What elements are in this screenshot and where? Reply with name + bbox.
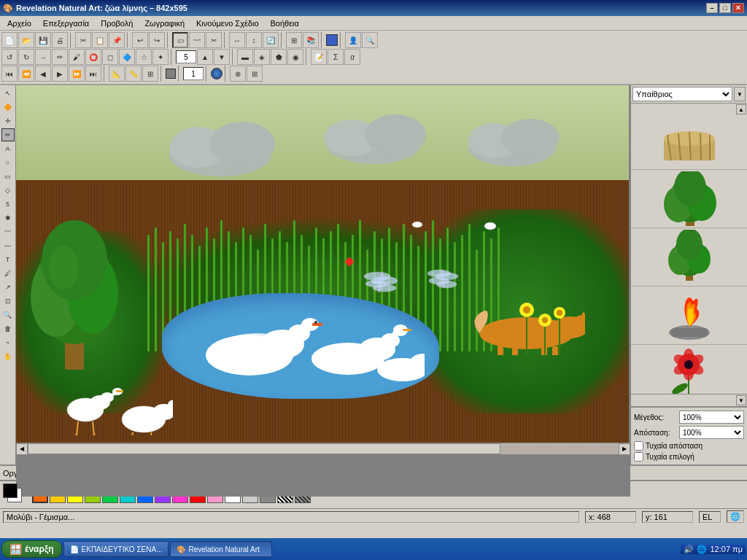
color-picker-box[interactable] bbox=[326, 34, 338, 46]
tool-smudge[interactable]: ~ bbox=[1, 336, 15, 349]
opacity-input[interactable] bbox=[183, 67, 204, 80]
cross-button[interactable]: ✦ bbox=[152, 49, 169, 65]
size-input[interactable] bbox=[176, 50, 196, 63]
size-select[interactable]: 100% 50% 200% bbox=[679, 411, 744, 424]
drawing-canvas[interactable] bbox=[16, 85, 629, 443]
menu-edit[interactable]: Επεξεργασία bbox=[37, 18, 95, 29]
category-dropdown[interactable]: Υπαίθριος Ζώα Φύση Κτίρια bbox=[632, 87, 732, 101]
distance-select[interactable]: 100% 50% 200% bbox=[679, 426, 744, 439]
ruler-button[interactable]: 📐 bbox=[109, 66, 125, 82]
select-free-button[interactable]: 〰 bbox=[189, 32, 205, 48]
brush-button[interactable]: 🖌 bbox=[69, 49, 85, 65]
scroll-right-button[interactable]: ▶ bbox=[619, 443, 630, 455]
tool-text[interactable]: A bbox=[1, 142, 15, 155]
dropdown-arrow[interactable]: ▼ bbox=[734, 87, 746, 101]
save-button[interactable]: 💾 bbox=[35, 32, 51, 48]
grid2-button[interactable]: ⊞ bbox=[142, 66, 158, 82]
shape2-button[interactable]: ◈ bbox=[254, 49, 270, 65]
sprite-item-tree-small[interactable] bbox=[631, 228, 747, 287]
menu-view[interactable]: Προβολή bbox=[95, 18, 139, 29]
tool-move[interactable]: ✛ bbox=[1, 114, 15, 128]
tool-wave[interactable]: 〰 bbox=[1, 225, 15, 238]
star-button[interactable]: ☆ bbox=[136, 49, 152, 65]
panel-down-button[interactable]: ▼ bbox=[736, 395, 746, 405]
shape3-button[interactable]: ⬟ bbox=[271, 49, 287, 65]
size-up-button[interactable]: ▲ bbox=[197, 49, 213, 65]
play-button[interactable]: ▶ bbox=[52, 66, 68, 82]
tool-type[interactable]: T bbox=[1, 253, 15, 266]
print-button[interactable]: 🖨 bbox=[52, 32, 68, 48]
tool-line[interactable]: — bbox=[1, 239, 15, 252]
undo-button[interactable]: ↩ bbox=[132, 32, 148, 48]
tool-erase[interactable]: 🗑 bbox=[1, 322, 15, 335]
copy-button[interactable]: 📋 bbox=[92, 32, 108, 48]
rotate-cw-button[interactable]: ↻ bbox=[18, 49, 34, 65]
flip-h-button[interactable]: ↔ bbox=[229, 32, 245, 48]
tool-number[interactable]: 5 bbox=[1, 198, 15, 211]
close-button[interactable]: ✕ bbox=[732, 3, 744, 13]
random-selection-checkbox[interactable] bbox=[634, 452, 643, 462]
tool-hand[interactable]: ✋ bbox=[1, 350, 15, 363]
person-button[interactable]: 👤 bbox=[345, 32, 361, 48]
pencil-button[interactable]: ✏ bbox=[52, 49, 68, 65]
sigma-button[interactable]: Σ bbox=[328, 49, 344, 65]
tool-ellipse[interactable]: ○ bbox=[1, 156, 15, 169]
layers-button[interactable]: 📚 bbox=[303, 32, 319, 48]
sprite-item-campfire[interactable] bbox=[631, 287, 747, 345]
last-frame-button[interactable]: ⏭ bbox=[85, 66, 101, 82]
canvas-wrapper[interactable]: ◀ ▶ bbox=[16, 85, 630, 497]
tool-fill[interactable]: 🔶 bbox=[1, 101, 15, 114]
prev-frame-button[interactable]: ⏪ bbox=[18, 66, 34, 82]
rect-button[interactable]: ◻ bbox=[102, 49, 118, 65]
arrow-button[interactable]: → bbox=[35, 49, 51, 65]
measure-button[interactable]: 📏 bbox=[125, 66, 142, 82]
bg-color-box[interactable] bbox=[166, 69, 176, 79]
sprite-item-straw[interactable] bbox=[631, 115, 747, 170]
text-button[interactable]: 📝 bbox=[311, 49, 327, 65]
tool-rect[interactable]: ▭ bbox=[1, 170, 15, 183]
first-frame-button[interactable]: ⏮ bbox=[1, 66, 18, 82]
tool-pen[interactable]: 🖊 bbox=[1, 267, 15, 280]
minimize-button[interactable]: – bbox=[706, 3, 718, 13]
sprite-list[interactable] bbox=[631, 115, 747, 394]
panel-scroll-up[interactable]: ▲ bbox=[631, 104, 747, 115]
new-file-button[interactable]: 📄 bbox=[1, 32, 18, 48]
start-button[interactable]: 🪟 έναρξη bbox=[1, 540, 62, 558]
circle-button[interactable]: ⭕ bbox=[85, 49, 101, 65]
redo-button[interactable]: ↪ bbox=[149, 32, 165, 48]
extra2-button[interactable]: ⊞ bbox=[247, 66, 263, 82]
rotate-ccw-button[interactable]: ↺ bbox=[1, 49, 18, 65]
taskbar-item-1[interactable]: 🎨 Revelation Natural Art bbox=[170, 541, 272, 557]
menu-file[interactable]: Αρχείο bbox=[1, 18, 37, 29]
h-scroll-thumb[interactable] bbox=[28, 443, 500, 454]
tool-zoom2[interactable]: 🔍 bbox=[1, 308, 15, 322]
paste-button[interactable]: 📌 bbox=[109, 32, 125, 48]
select-rect-button[interactable]: ▭ bbox=[172, 32, 188, 48]
extra1-button[interactable]: ⊕ bbox=[230, 66, 246, 82]
shape1-button[interactable]: ▬ bbox=[237, 49, 253, 65]
menu-animation[interactable]: Κινούμενο Σχέδιο bbox=[190, 18, 265, 29]
menu-paint[interactable]: Ζωγραφική bbox=[139, 18, 190, 29]
foreground-color[interactable] bbox=[3, 483, 18, 498]
tool-polygon[interactable]: ◇ bbox=[1, 184, 15, 197]
scroll-left-button[interactable]: ◀ bbox=[16, 443, 28, 455]
menu-help[interactable]: Βοήθεια bbox=[265, 18, 305, 29]
panel-scroll-down[interactable]: ▼ bbox=[631, 394, 747, 406]
size-down-button[interactable]: ▼ bbox=[214, 49, 230, 65]
cut-button[interactable]: ✂ bbox=[75, 32, 91, 48]
crop-button[interactable]: ✂ bbox=[206, 32, 222, 48]
tool-select[interactable]: ↖ bbox=[1, 87, 15, 100]
step-forward-button[interactable]: ⏩ bbox=[69, 66, 85, 82]
alpha-button[interactable]: α bbox=[344, 49, 360, 65]
sprite-item-tree-big[interactable] bbox=[631, 170, 747, 228]
tool-star2[interactable]: ✱ bbox=[1, 211, 15, 225]
tool-pencil[interactable]: ✏ bbox=[1, 128, 15, 141]
shape4-button[interactable]: ◉ bbox=[287, 49, 303, 65]
flip-v-button[interactable]: ↕ bbox=[246, 32, 262, 48]
panel-up-button[interactable]: ▲ bbox=[736, 104, 746, 114]
open-file-button[interactable]: 📂 bbox=[18, 32, 34, 48]
maximize-button[interactable]: □ bbox=[719, 3, 731, 13]
h-scrollbar[interactable]: ◀ ▶ bbox=[16, 443, 630, 454]
rotate-button[interactable]: 🔄 bbox=[263, 32, 279, 48]
h-scroll-track[interactable] bbox=[28, 443, 619, 454]
